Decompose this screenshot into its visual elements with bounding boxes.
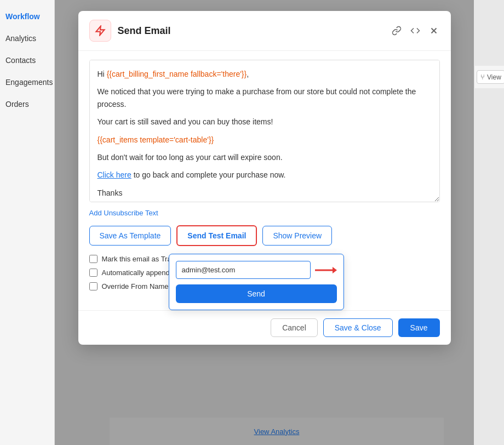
sidebar: Workflow Analytics Contacts Engagements …	[0, 0, 55, 445]
test-email-input[interactable]	[176, 261, 311, 279]
email-thanks: Thanks	[98, 187, 432, 199]
save-button[interactable]: Save	[398, 318, 440, 337]
modal-header: Send Email	[78, 11, 451, 51]
show-preview-button[interactable]: Show Preview	[262, 226, 332, 246]
modal-header-actions	[391, 25, 440, 37]
modal-footer: Cancel Save & Close Save	[78, 310, 451, 345]
modal-body: Hi {{cart_billing_first_name fallback='t…	[78, 51, 451, 305]
email-input-row	[176, 261, 337, 279]
cancel-button[interactable]: Cancel	[271, 318, 318, 337]
email-line1-suffix: ,	[247, 70, 249, 78]
email-cart-items-var: {{cart_items template='cart-table'}}	[98, 135, 214, 144]
email-click-here-link[interactable]: Click here	[98, 170, 131, 179]
close-button[interactable]	[428, 25, 440, 37]
modal-title: Send Email	[118, 25, 384, 37]
arrow-right-icon	[315, 265, 337, 276]
email-icon	[89, 20, 111, 42]
email-line2: We noticed that you were trying to make …	[98, 85, 432, 110]
append-label: Automatically append...	[102, 269, 176, 277]
action-buttons-row: Save As Template Send Test Email Show Pr…	[89, 225, 440, 246]
email-line5: But don't wait for too long as your cart…	[98, 151, 432, 163]
email-line1-prefix: Hi	[98, 70, 107, 78]
email-var-name: {{cart_billing_first_name fallback='ther…	[107, 70, 247, 78]
sidebar-item-analytics[interactable]: Analytics	[0, 27, 54, 49]
view-icon: ⑂	[480, 73, 485, 81]
unsubscribe-link[interactable]: Add Unsubscribe Text	[89, 209, 158, 217]
send-test-email-button[interactable]: Send Test Email	[176, 225, 257, 246]
save-as-template-button[interactable]: Save As Template	[89, 226, 171, 246]
modal-backdrop: Send Email	[55, 0, 474, 445]
send-button[interactable]: Send	[176, 284, 337, 303]
transactional-checkbox[interactable]	[89, 255, 98, 263]
send-email-modal: Send Email	[78, 11, 451, 345]
action-buttons-container: Save As Template Send Test Email Show Pr…	[89, 225, 440, 246]
view-button[interactable]: ⑂ View	[477, 70, 504, 84]
sidebar-item-orders[interactable]: Orders	[0, 93, 54, 115]
svg-marker-0	[96, 26, 104, 36]
email-content-area[interactable]: Hi {{cart_billing_first_name fallback='t…	[89, 60, 440, 202]
save-close-button[interactable]: Save & Close	[323, 318, 393, 337]
append-checkbox[interactable]	[89, 269, 98, 277]
sidebar-item-engagements[interactable]: Engagements	[0, 71, 54, 93]
sidebar-item-workflow[interactable]: Workflow	[0, 5, 54, 27]
send-test-dropdown: Send	[169, 254, 344, 310]
link-icon-button[interactable]	[391, 25, 403, 37]
sidebar-item-contacts[interactable]: Contacts	[0, 49, 54, 71]
right-panel: ⑂ View	[474, 66, 504, 88]
code-icon-button[interactable]	[409, 25, 421, 37]
svg-marker-6	[333, 267, 337, 273]
email-line6-suffix: to go back and complete your purchase no…	[131, 170, 286, 179]
override-checkbox[interactable]	[89, 282, 98, 290]
email-line3: Your cart is still saved and you can buy…	[98, 116, 432, 128]
